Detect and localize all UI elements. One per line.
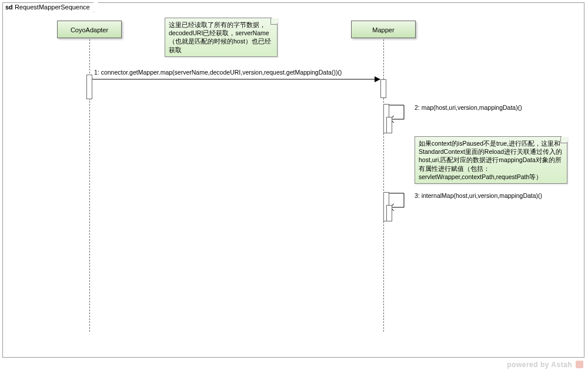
footer-text: powered by Astah: [507, 361, 572, 369]
astah-logo-icon: [576, 361, 583, 368]
participant-mapper: Mapper: [351, 21, 416, 38]
frame-title: RequestMapperSequence: [15, 4, 90, 11]
note-right: 如果context的isPaused不是true,进行匹配，这里和Standar…: [415, 136, 567, 184]
participant-label: CoyoAdapter: [71, 26, 108, 33]
message-1-label: 1: connector.getMapper.map(serverName,de…: [94, 69, 342, 76]
message-3-label: 3: internalMap(host,uri,version,mappingD…: [415, 192, 542, 199]
activation-coyoadapter: [86, 75, 92, 99]
note-top: 这里已经读取了所有的字节数据，decodedURI已经获取，serverName…: [165, 18, 278, 57]
frame-keyword: sd: [5, 4, 13, 11]
footer-branding: powered by Astah: [507, 361, 583, 369]
note-text: 这里已经读取了所有的字节数据，decodedURI已经获取，serverName…: [169, 21, 271, 53]
message-1-arrow: [92, 76, 381, 82]
sequence-diagram-frame: sd RequestMapperSequence CoyoAdapter Map…: [2, 2, 584, 358]
note-text: 如果context的isPaused不是true,进行匹配，这里和Standar…: [419, 140, 562, 180]
message-2-label: 2: map(host,uri,version,mappingData)(): [415, 104, 522, 111]
activation-mapper-3-inner: [386, 205, 392, 221]
activation-mapper-1: [380, 79, 386, 98]
activation-mapper-2-inner: [386, 117, 392, 133]
frame-label-tab: sd RequestMapperSequence: [2, 2, 94, 12]
arrowhead-icon: [375, 76, 380, 82]
participant-label: Mapper: [372, 26, 394, 33]
participant-coyoadapter: CoyoAdapter: [57, 21, 122, 38]
